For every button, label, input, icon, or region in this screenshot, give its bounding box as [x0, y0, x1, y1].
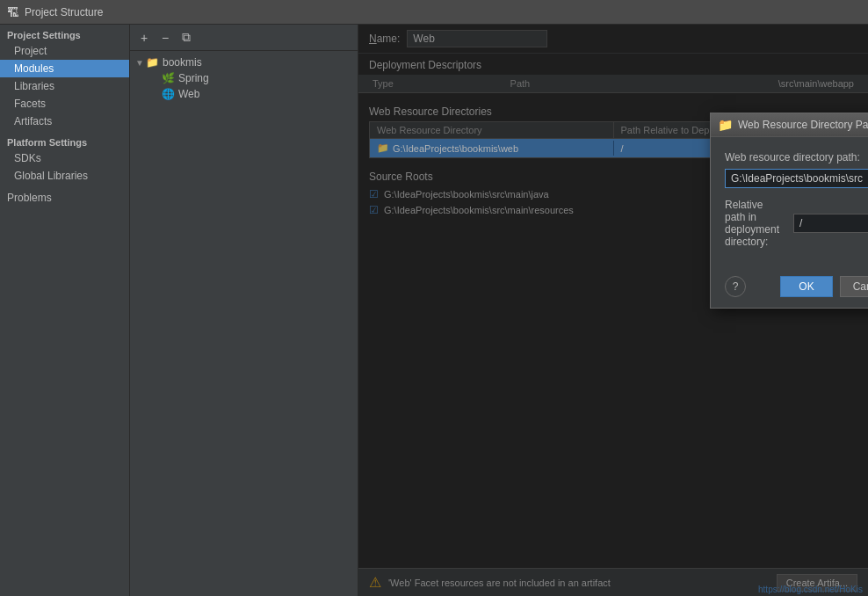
sidebar-item-facets[interactable]: Facets [0, 95, 129, 113]
relative-path-input[interactable] [793, 214, 868, 233]
sidebar-item-global-libraries[interactable]: Global Libraries [0, 167, 129, 185]
sidebar-item-sdks[interactable]: SDKs [0, 149, 129, 167]
web-resource-dir-label: Web resource directory path: [725, 151, 868, 164]
dialog-titlebar: 📁 Web Resource Directory Path ✕ [711, 113, 868, 137]
sidebar-problems[interactable]: Problems [0, 185, 129, 206]
copy-button[interactable]: ⧉ [177, 29, 195, 47]
sidebar-item-libraries[interactable]: Libraries [0, 77, 129, 95]
dialog-title-icon: 📁 [718, 118, 733, 132]
web-icon: 🌐 [162, 88, 175, 100]
main-content: Name: Deployment Descriptors Type Path \… [358, 25, 868, 596]
help-button[interactable]: ? [725, 276, 746, 297]
sidebar-item-artifacts[interactable]: Artifacts [0, 113, 129, 130]
ok-button[interactable]: OK [780, 276, 832, 297]
spring-icon: 🌿 [162, 72, 175, 84]
tree-node-bookmis[interactable]: ▼ 📁 bookmis [130, 55, 358, 70]
dialog-title: 📁 Web Resource Directory Path [718, 118, 868, 132]
title-bar: 🏗 Project Structure [0, 0, 868, 25]
title-bar-icon: 🏗 [7, 5, 19, 19]
dialog-overlay: 📁 Web Resource Directory Path ✕ Web reso… [358, 25, 868, 596]
platform-settings-header: Platform Settings [0, 130, 129, 149]
sidebar-item-project[interactable]: Project [0, 42, 129, 60]
remove-button[interactable]: − [156, 29, 174, 47]
dialog-buttons: OK Cancel [780, 276, 868, 297]
project-settings-header: Project Settings [0, 25, 129, 42]
title-bar-text: Project Structure [25, 6, 103, 18]
dialog-footer: ? OK Cancel [711, 276, 868, 308]
tree-toolbar: + − ⧉ [130, 25, 358, 51]
tree-arrow-bookmis: ▼ [135, 58, 146, 68]
tree-area: + − ⧉ ▼ 📁 bookmis 🌿 Spring [130, 25, 358, 596]
folder-icon-bookmis: 📁 [146, 56, 159, 69]
web-resource-dir-input[interactable] [725, 169, 868, 188]
cancel-button[interactable]: Cancel [840, 276, 868, 297]
add-button[interactable]: + [135, 29, 153, 47]
tree-content: ▼ 📁 bookmis 🌿 Spring 🌐 Web [130, 51, 358, 596]
sidebar-item-modules[interactable]: Modules [0, 60, 129, 77]
relative-path-label: Relative path in deployment directory: [725, 199, 786, 248]
sidebar: Project Settings Project Modules Librari… [0, 25, 130, 596]
dialog: 📁 Web Resource Directory Path ✕ Web reso… [710, 113, 868, 309]
relative-path-row: Relative path in deployment directory: [725, 199, 868, 248]
dialog-body: Web resource directory path: ... Relativ… [711, 137, 868, 276]
tree-node-web[interactable]: 🌐 Web [130, 86, 358, 102]
web-resource-dir-row: ... [725, 169, 868, 188]
tree-node-spring[interactable]: 🌿 Spring [130, 70, 358, 86]
main-layout: Project Settings Project Modules Librari… [0, 25, 868, 596]
